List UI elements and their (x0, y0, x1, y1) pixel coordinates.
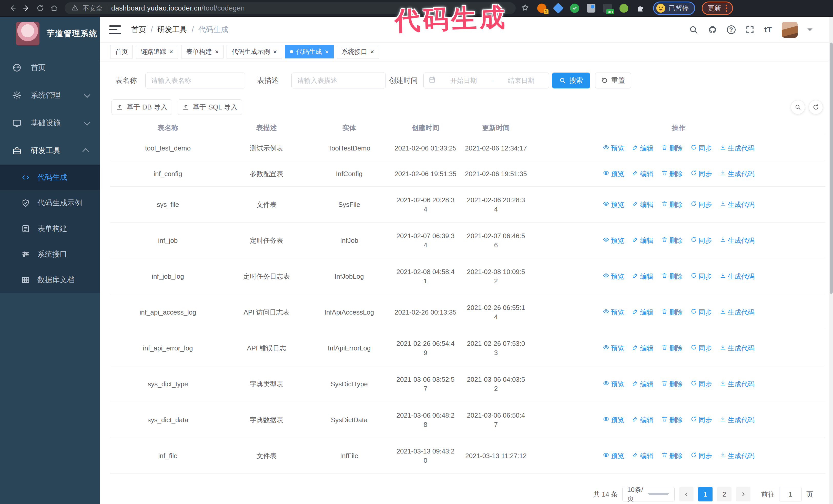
create-time-range-picker[interactable]: 开始日期 - 结束日期 (423, 73, 549, 89)
action-编辑[interactable]: 编辑 (632, 200, 653, 209)
table-desc-input[interactable]: 请输入表描述 (291, 73, 386, 89)
action-编辑[interactable]: 编辑 (632, 451, 653, 460)
tab-close-icon[interactable]: × (273, 48, 277, 55)
action-同步[interactable]: 同步 (690, 236, 712, 245)
browser-menu-kebab-icon[interactable] (725, 5, 727, 12)
action-预览[interactable]: 预览 (603, 236, 624, 245)
toggle-search-button[interactable] (791, 100, 805, 114)
action-删除[interactable]: 删除 (661, 379, 683, 389)
action-删除[interactable]: 删除 (661, 451, 683, 460)
home-icon[interactable] (47, 1, 61, 15)
next-page-button[interactable] (736, 487, 751, 501)
user-avatar[interactable] (782, 22, 798, 38)
help-icon[interactable]: ? (727, 25, 736, 34)
refresh-table-button[interactable] (809, 100, 823, 114)
prev-page-button[interactable] (679, 487, 694, 501)
page-button-2[interactable]: 2 (717, 487, 732, 501)
action-删除[interactable]: 删除 (661, 415, 683, 425)
sidebar-item-基础设施[interactable]: 基础设施 (0, 109, 100, 137)
tab-代码生成示例[interactable]: 代码生成示例× (227, 45, 282, 58)
extension-grid-icon[interactable] (586, 3, 596, 13)
hamburger-icon[interactable] (109, 25, 121, 34)
forward-icon[interactable] (20, 1, 33, 15)
action-删除[interactable]: 删除 (661, 308, 683, 317)
tab-close-icon[interactable]: × (215, 48, 219, 55)
sidebar-item-首页[interactable]: 首页 (0, 54, 100, 81)
tab-链路追踪[interactable]: 链路追踪× (136, 45, 178, 58)
page-button-1[interactable]: 1 (698, 487, 713, 501)
reload-icon[interactable] (33, 1, 47, 15)
back-icon[interactable] (6, 1, 20, 15)
sidebar-item-系统管理[interactable]: 系统管理 (0, 81, 100, 109)
action-同步[interactable]: 同步 (690, 169, 712, 178)
profile-chip[interactable]: 已暂停 (653, 2, 695, 15)
tab-close-icon[interactable]: × (325, 48, 329, 55)
search-button[interactable]: 搜索 (552, 73, 590, 89)
search-icon[interactable] (689, 25, 698, 34)
page-scrollbar[interactable] (829, 17, 833, 504)
table-name-input[interactable]: 请输入表名称 (145, 73, 245, 89)
action-同步[interactable]: 同步 (690, 308, 712, 317)
sidebar-subitem-表单构建[interactable]: 表单构建 (0, 216, 100, 241)
action-删除[interactable]: 删除 (661, 272, 683, 281)
tab-表单构建[interactable]: 表单构建× (181, 45, 223, 58)
action-编辑[interactable]: 编辑 (632, 415, 653, 425)
action-同步[interactable]: 同步 (690, 415, 712, 425)
action-同步[interactable]: 同步 (690, 451, 712, 460)
extension-check-icon[interactable] (570, 3, 580, 13)
reset-button[interactable]: 重置 (595, 73, 631, 89)
font-size-icon[interactable]: tT (764, 25, 772, 34)
page-size-select[interactable]: 10条/页 (622, 487, 674, 501)
logo-row[interactable]: 芋道管理系统 (0, 17, 100, 50)
bookmark-star-icon[interactable] (521, 3, 529, 13)
import-sql-button[interactable]: 基于 SQL 导入 (177, 99, 242, 115)
action-生成代码[interactable]: 生成代码 (720, 272, 755, 281)
action-预览[interactable]: 预览 (603, 308, 624, 317)
action-编辑[interactable]: 编辑 (632, 272, 653, 281)
action-预览[interactable]: 预览 (603, 379, 624, 389)
action-编辑[interactable]: 编辑 (632, 236, 653, 245)
import-db-button[interactable]: 基于 DB 导入 (112, 99, 172, 115)
action-编辑[interactable]: 编辑 (632, 308, 653, 317)
fullscreen-icon[interactable] (745, 25, 755, 34)
action-编辑[interactable]: 编辑 (632, 144, 653, 153)
github-icon[interactable] (708, 25, 717, 34)
extension-clapper-icon[interactable]: on (602, 3, 613, 13)
goto-page-input[interactable]: 1 (779, 487, 802, 501)
sidebar-subitem-数据库文档[interactable]: 数据库文档 (0, 267, 100, 293)
action-预览[interactable]: 预览 (603, 169, 624, 178)
action-同步[interactable]: 同步 (690, 144, 712, 153)
update-button[interactable]: 更新 (702, 2, 733, 15)
extension-frog-icon[interactable] (619, 3, 629, 13)
avatar-caret-icon[interactable] (807, 28, 812, 33)
action-预览[interactable]: 预览 (603, 343, 624, 353)
action-生成代码[interactable]: 生成代码 (720, 169, 755, 178)
sidebar-subitem-代码生成示例[interactable]: 代码生成示例 (0, 190, 100, 216)
action-生成代码[interactable]: 生成代码 (720, 451, 755, 460)
action-删除[interactable]: 删除 (661, 200, 683, 209)
tab-close-icon[interactable]: × (169, 48, 173, 55)
extension-orange-icon[interactable]: 1 (537, 3, 547, 13)
extension-gem-icon[interactable] (553, 3, 563, 13)
action-预览[interactable]: 预览 (603, 451, 624, 460)
action-删除[interactable]: 删除 (661, 169, 683, 178)
action-生成代码[interactable]: 生成代码 (720, 343, 755, 353)
action-编辑[interactable]: 编辑 (632, 343, 653, 353)
action-同步[interactable]: 同步 (690, 272, 712, 281)
tab-代码生成[interactable]: 代码生成× (285, 45, 334, 58)
breadcrumb-item[interactable]: 首页 (131, 25, 146, 35)
tab-系统接口[interactable]: 系统接口× (337, 45, 379, 58)
action-生成代码[interactable]: 生成代码 (720, 200, 755, 209)
sidebar-subitem-系统接口[interactable]: 系统接口 (0, 241, 100, 267)
action-编辑[interactable]: 编辑 (632, 379, 653, 389)
action-生成代码[interactable]: 生成代码 (720, 415, 755, 425)
action-删除[interactable]: 删除 (661, 236, 683, 245)
tab-close-icon[interactable]: × (371, 48, 374, 55)
action-同步[interactable]: 同步 (690, 200, 712, 209)
action-删除[interactable]: 删除 (661, 343, 683, 353)
extensions-puzzle-icon[interactable] (635, 3, 645, 13)
action-预览[interactable]: 预览 (603, 415, 624, 425)
action-删除[interactable]: 删除 (661, 144, 683, 153)
sidebar-item-研发工具[interactable]: 研发工具 (0, 137, 100, 165)
action-同步[interactable]: 同步 (690, 343, 712, 353)
